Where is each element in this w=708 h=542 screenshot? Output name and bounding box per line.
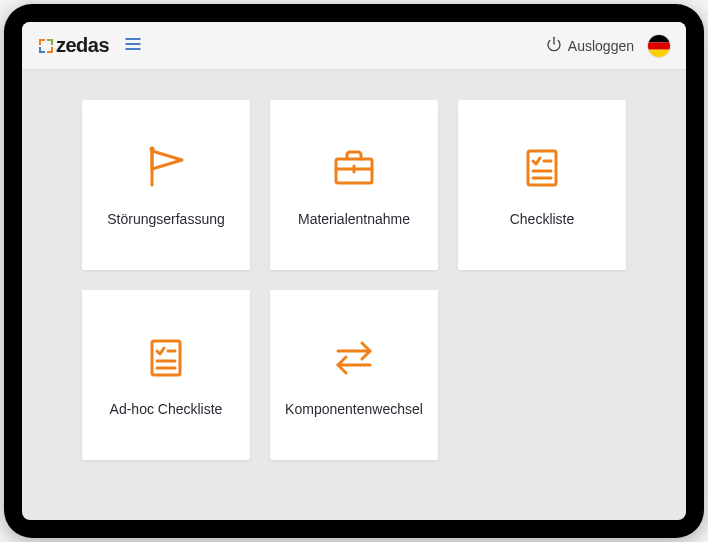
tile-label: Checkliste: [510, 211, 575, 227]
tile-label: Störungserfassung: [107, 211, 225, 227]
language-flag-de[interactable]: [648, 35, 670, 57]
svg-rect-6: [648, 49, 670, 56]
header-right: Ausloggen: [546, 35, 670, 57]
tile-label: Komponentenwechsel: [285, 401, 423, 417]
tile-komponentenwechsel[interactable]: Komponentenwechsel: [270, 290, 438, 460]
tile-adhoc-checkliste[interactable]: Ad-hoc Checkliste: [82, 290, 250, 460]
briefcase-icon: [330, 143, 378, 191]
flag-icon: [142, 143, 190, 191]
tile-grid: Störungserfassung Materialentnahme: [82, 100, 626, 460]
app-header: zedas Ausloggen: [22, 22, 686, 70]
checklist-icon: [518, 143, 566, 191]
main-content: Störungserfassung Materialentnahme: [22, 70, 686, 520]
power-icon: [546, 36, 562, 55]
logout-button[interactable]: Ausloggen: [546, 36, 634, 55]
svg-rect-12: [528, 151, 556, 185]
svg-point-8: [150, 147, 155, 152]
svg-rect-4: [648, 35, 670, 42]
brand-name: zedas: [56, 34, 109, 57]
menu-icon[interactable]: [123, 34, 143, 58]
app-screen: zedas Ausloggen: [22, 22, 686, 520]
logout-label: Ausloggen: [568, 38, 634, 54]
swap-icon: [330, 333, 378, 381]
tile-stoerungserfassung[interactable]: Störungserfassung: [82, 100, 250, 270]
svg-rect-5: [648, 42, 670, 49]
checklist-icon: [142, 333, 190, 381]
tile-checkliste[interactable]: Checkliste: [458, 100, 626, 270]
tile-materialentnahme[interactable]: Materialentnahme: [270, 100, 438, 270]
tile-label: Materialentnahme: [298, 211, 410, 227]
tile-label: Ad-hoc Checkliste: [110, 401, 223, 417]
brand-logo[interactable]: zedas: [38, 34, 109, 57]
logo-mark-icon: [38, 38, 54, 54]
svg-rect-16: [152, 341, 180, 375]
tablet-frame: zedas Ausloggen: [4, 4, 704, 538]
